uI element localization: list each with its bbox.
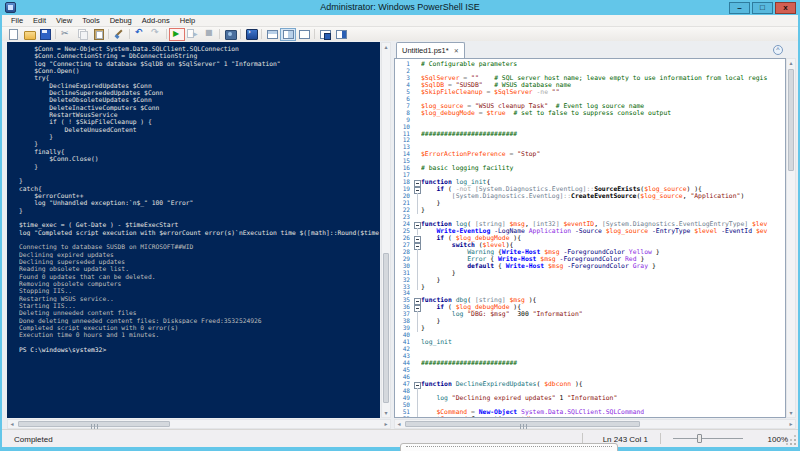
- toolbar-undo-button[interactable]: [132, 28, 148, 41]
- copy-icon: [76, 28, 88, 40]
- close-button[interactable]: x: [775, 2, 796, 14]
- toolbar-remote-button[interactable]: [222, 28, 238, 41]
- scroll-thumb[interactable]: [788, 69, 794, 171]
- tab-close-icon[interactable]: [454, 47, 459, 54]
- fold-column: [413, 402, 421, 409]
- toolbar: [2, 27, 798, 41]
- editor-line: 26 if ( $log_debugMode ){: [395, 235, 785, 242]
- fold-column: [413, 311, 421, 318]
- code-text: }: [421, 200, 785, 207]
- save-icon: [39, 28, 51, 40]
- fold-toggle-icon[interactable]: [413, 304, 421, 311]
- scroll-thumb[interactable]: [383, 253, 389, 403]
- code-text: log_init: [421, 339, 785, 346]
- zoom-slider-thumb[interactable]: [697, 434, 702, 443]
- toolbar-clear-button[interactable]: [111, 28, 127, 41]
- fold-column: [413, 96, 421, 103]
- runsel-icon: [187, 28, 199, 40]
- toolbar-laytop-button[interactable]: [264, 28, 280, 41]
- fold-toggle-icon[interactable]: [413, 235, 421, 242]
- scroll-left-icon[interactable]: ◂: [395, 420, 403, 428]
- console-line: Found 0 updates that can be deleted.: [19, 273, 380, 280]
- editor-line: 45: [395, 367, 785, 374]
- menu-file[interactable]: File: [6, 16, 28, 25]
- scroll-up-icon[interactable]: ▴: [382, 43, 390, 51]
- fold-column: [413, 110, 421, 117]
- toolbar-cmdwin-button[interactable]: [317, 28, 333, 41]
- menu-bar: FileEditViewToolsDebugAdd-onsHelp: [2, 15, 798, 27]
- scroll-thumb[interactable]: [18, 421, 170, 427]
- console-horizontal-scrollbar[interactable]: ◂ ▸: [7, 419, 391, 429]
- editor-line: 12: [395, 137, 785, 144]
- editor-line: 22}: [395, 207, 785, 214]
- menu-view[interactable]: View: [51, 16, 77, 25]
- status-divider: [660, 433, 661, 444]
- console-line: DeclineSupersededUpdates $Conn: [19, 89, 380, 96]
- tab-label: Untitled1.ps1*: [402, 46, 449, 55]
- toolbar-new-button[interactable]: [5, 28, 21, 41]
- resize-grip[interactable]: [794, 443, 796, 445]
- menu-addons[interactable]: Add-ons: [137, 16, 175, 25]
- scroll-up-icon[interactable]: ▴: [787, 59, 795, 67]
- toolbar-stop-button[interactable]: [201, 28, 217, 41]
- code-text: [421, 124, 785, 131]
- fold-toggle-icon[interactable]: [413, 186, 421, 193]
- menu-help[interactable]: Help: [175, 16, 200, 25]
- laytop-icon: [266, 28, 278, 40]
- editor-code: 1# Configurable parameters2 3$SqlServer …: [395, 61, 785, 418]
- code-text: }: [421, 270, 785, 277]
- minimize-button[interactable]: –: [729, 2, 750, 14]
- code-text: function DeclineExpiredUpdates( $dbconn …: [421, 381, 785, 388]
- toolbar-layright-button[interactable]: [280, 28, 296, 41]
- code-text: Warning {Write-Host $msg -ForegroundColo…: [421, 249, 785, 256]
- scroll-right-icon[interactable]: ▸: [787, 420, 795, 428]
- script-editor[interactable]: 1# Configurable parameters2 3$SqlServer …: [394, 58, 786, 418]
- console-pane[interactable]: $Conn = New-Object System.Data.SQLClient…: [7, 42, 380, 418]
- toolbar-paste-button[interactable]: [90, 28, 106, 41]
- zoom-slider[interactable]: [673, 438, 743, 439]
- scroll-down-icon[interactable]: ▾: [787, 409, 795, 417]
- toolbar-open-button[interactable]: [21, 28, 37, 41]
- scroll-down-icon[interactable]: ▾: [382, 409, 390, 417]
- editor-line: 10: [395, 124, 785, 131]
- editor-line: 23: [395, 214, 785, 221]
- toolbar-redo-button[interactable]: [148, 28, 164, 41]
- toolbar-save-button[interactable]: [37, 28, 53, 41]
- code-text: [421, 332, 785, 339]
- editor-vertical-scrollbar[interactable]: ▴ ▾: [786, 58, 796, 418]
- fold-toggle-icon[interactable]: [413, 381, 421, 388]
- code-text: $log_source = "WSUS cleanup Task" # Even…: [421, 103, 785, 110]
- scroll-right-icon[interactable]: ▸: [382, 420, 390, 428]
- fold-toggle-icon[interactable]: [413, 221, 421, 228]
- code-text: default { Write-Host $msg -ForegroundCol…: [421, 263, 785, 270]
- toolbar-run-button[interactable]: [169, 28, 185, 41]
- menu-edit[interactable]: Edit: [28, 16, 51, 25]
- toolbar-runsel-button[interactable]: [185, 28, 201, 41]
- console-vertical-scrollbar[interactable]: ▴ ▾: [381, 42, 391, 418]
- console-line: finally{: [19, 148, 380, 155]
- toolbar-cmdadd-button[interactable]: [333, 28, 349, 41]
- toolbar-copy-button[interactable]: [74, 28, 90, 41]
- toolbar-cut-button[interactable]: [58, 28, 74, 41]
- console-line: }: [19, 140, 380, 147]
- scroll-left-icon[interactable]: ◂: [8, 420, 16, 428]
- collapse-script-pane-icon[interactable]: [773, 45, 783, 55]
- fold-toggle-icon[interactable]: [413, 179, 421, 186]
- scroll-thumb[interactable]: [405, 421, 640, 427]
- fold-column: [413, 103, 421, 110]
- editor-line: 40: [395, 332, 785, 339]
- editor-horizontal-scrollbar[interactable]: ◂ ▸: [394, 419, 796, 429]
- menu-debug[interactable]: Debug: [105, 16, 137, 25]
- console-line: PS C:\windows\system32>: [19, 346, 380, 353]
- tab-untitled1[interactable]: Untitled1.ps1*: [396, 42, 465, 58]
- editor-line: 6: [395, 96, 785, 103]
- code-text: [421, 402, 785, 409]
- menu-tools[interactable]: Tools: [77, 16, 105, 25]
- fold-column: [413, 249, 421, 256]
- maximize-button[interactable]: □: [752, 2, 773, 14]
- fold-toggle-icon[interactable]: [413, 242, 421, 249]
- fold-toggle-icon[interactable]: [413, 297, 421, 304]
- toolbar-laymax-button[interactable]: [296, 28, 312, 41]
- console-line: }: [19, 133, 380, 140]
- toolbar-ps-button[interactable]: [243, 28, 259, 41]
